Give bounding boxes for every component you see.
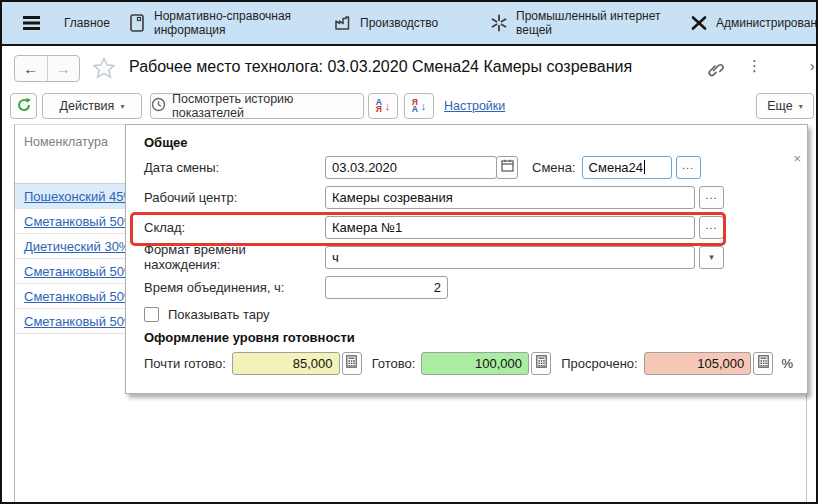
back-button[interactable]: ← — [15, 56, 48, 81]
calculator-icon — [346, 354, 357, 372]
overdue-calc-button[interactable] — [753, 352, 773, 375]
sort-za-icon: Я А — [412, 99, 418, 113]
nomenclature-link[interactable]: Сметанковый 50% — [24, 264, 136, 279]
warehouse-lookup-button[interactable]: ... — [699, 216, 724, 239]
overdue-label: Просрочено: — [561, 356, 638, 371]
calculator-icon — [536, 354, 547, 372]
actions-button[interactable]: Действия ▾ — [42, 93, 142, 119]
more-label: Еще — [767, 99, 792, 113]
column-header-nomenclature: Номенклатура — [24, 135, 108, 149]
time-format-row: Формат времени нахождения: ч ▾ — [144, 245, 793, 269]
arrow-down-icon: ↓ — [385, 100, 391, 112]
nomenclature-link[interactable]: Сметанковый 50% — [24, 289, 136, 304]
merge-time-row: Время объединения, ч: 2 — [144, 275, 793, 299]
sort-descending-button[interactable]: Я А ↓ — [404, 93, 434, 119]
nav-item-iot[interactable]: Промышленный интернет вещей — [490, 2, 661, 44]
clock-icon — [151, 97, 166, 115]
nav-item-label: Производство — [360, 16, 438, 30]
nomenclature-link[interactable]: Пошехонский 45% — [24, 189, 135, 204]
shift-date-input[interactable]: 03.03.2020 — [325, 156, 497, 179]
calculator-icon — [758, 354, 769, 372]
back-arrow-icon: ← — [23, 60, 38, 77]
caret-down-icon: ▾ — [709, 252, 714, 262]
time-format-label: Формат времени нахождения: — [144, 242, 325, 272]
document-icon — [128, 13, 146, 33]
favorite-star-icon[interactable] — [92, 56, 116, 84]
app-window: Главное Нормативно-справочная информация… — [0, 0, 818, 504]
overdue-input[interactable]: 105,000 — [644, 352, 752, 375]
tools-icon — [690, 14, 708, 32]
nomenclature-link[interactable]: Сметанковый 50% — [24, 314, 136, 329]
merge-time-input[interactable]: 2 — [325, 276, 448, 299]
warehouse-input[interactable]: Камера №1 — [325, 216, 695, 239]
history-nav-group: ← → — [14, 55, 80, 82]
main-menu-button[interactable] — [22, 2, 42, 44]
nav-item-proizvodstvo[interactable]: Производство — [334, 2, 438, 44]
close-icon[interactable]: × — [793, 153, 801, 165]
time-format-dropdown-button[interactable]: ▾ — [699, 246, 724, 269]
work-center-label: Рабочий центр: — [144, 190, 325, 205]
nav-item-glavnoe[interactable]: Главное — [64, 2, 110, 44]
sort-az-icon: А Я — [376, 99, 382, 113]
date-shift-row: Дата смены: 03.03.2020 Смена: Смена24 ..… — [144, 155, 793, 179]
hamburger-icon — [22, 15, 42, 31]
actions-label: Действия — [60, 99, 115, 113]
refresh-icon — [16, 97, 32, 116]
warehouse-row: Склад: Камера №1 ... — [144, 215, 793, 239]
work-center-lookup-button[interactable]: ... — [699, 186, 724, 209]
almost-ready-calc-button[interactable] — [342, 352, 362, 375]
time-format-input[interactable]: ч — [325, 246, 695, 269]
get-link-icon[interactable] — [705, 59, 725, 83]
nav-item-label: Нормативно-справочная информация — [154, 9, 291, 37]
readiness-section-header: Оформление уровня готовности — [144, 330, 355, 345]
view-history-button[interactable]: Посмотреть историю показателей — [150, 93, 364, 119]
almost-ready-input[interactable]: 85,000 — [232, 352, 340, 375]
show-tare-checkbox[interactable] — [144, 307, 159, 322]
shift-label: Смена: — [532, 160, 576, 175]
nav-item-administrirovanie[interactable]: Администрирование — [690, 2, 816, 44]
percent-label: % — [781, 356, 793, 371]
sort-ascending-button[interactable]: А Я ↓ — [368, 93, 398, 119]
caret-down-icon: ▾ — [120, 102, 124, 111]
shift-lookup-button[interactable]: ... — [676, 156, 701, 179]
almost-ready-label: Почти готово: — [144, 356, 226, 371]
caret-down-icon: ▾ — [799, 102, 803, 111]
more-menu-dots-icon[interactable]: ⋮ — [747, 57, 762, 75]
ready-calc-button[interactable] — [531, 352, 551, 375]
arrow-down-icon: ↓ — [421, 100, 427, 112]
dialog-title: Общее — [144, 135, 188, 150]
nav-item-label: Промышленный интернет вещей — [516, 9, 661, 37]
settings-dialog: Общее × Дата смены: 03.03.2020 Смена: См… — [125, 124, 808, 394]
show-tare-label: Показывать тару — [168, 307, 270, 322]
show-tare-row: Показывать тару — [144, 306, 793, 322]
iot-asterisk-icon — [490, 14, 508, 32]
work-center-row: Рабочий центр: Камеры созревания ... — [144, 185, 793, 209]
merge-time-label: Время объединения, ч: — [144, 280, 325, 295]
view-history-label: Посмотреть историю показателей — [172, 92, 363, 120]
settings-link[interactable]: Настройки — [444, 99, 505, 113]
shift-input[interactable]: Смена24 — [582, 156, 672, 179]
title-bar: ← → Рабочее место технолога: 03.03.2020 … — [2, 46, 816, 92]
forward-arrow-icon: → — [56, 60, 71, 77]
nomenclature-link[interactable]: Диетический 30% — [24, 239, 130, 254]
forward-button[interactable]: → — [48, 56, 80, 81]
toolbar: Действия ▾ Посмотреть историю показателе… — [2, 92, 816, 122]
readiness-row: Почти готово: 85,000 Готово: 100,000 Про… — [144, 351, 793, 375]
warehouse-label: Склад: — [144, 220, 325, 235]
nomenclature-link[interactable]: Сметанковый 50% — [24, 214, 136, 229]
calendar-icon — [501, 158, 514, 176]
refresh-button[interactable] — [10, 93, 37, 119]
work-center-input[interactable]: Камеры созревания — [325, 186, 695, 209]
calendar-button[interactable] — [496, 156, 518, 179]
more-button[interactable]: Еще ▾ — [756, 93, 814, 119]
date-label: Дата смены: — [144, 160, 325, 175]
page-title: Рабочее место технолога: 03.03.2020 Смен… — [129, 58, 632, 76]
ready-input[interactable]: 100,000 — [421, 352, 529, 375]
chevron-right-icon[interactable]: › — [810, 58, 815, 74]
nav-item-label: Администрирование — [716, 16, 816, 30]
nav-item-nsi[interactable]: Нормативно-справочная информация — [128, 2, 291, 44]
nav-item-label: Главное — [64, 16, 110, 30]
top-nav-bar: Главное Нормативно-справочная информация… — [2, 2, 816, 44]
factory-icon — [334, 14, 352, 32]
ready-label: Готово: — [372, 356, 416, 371]
